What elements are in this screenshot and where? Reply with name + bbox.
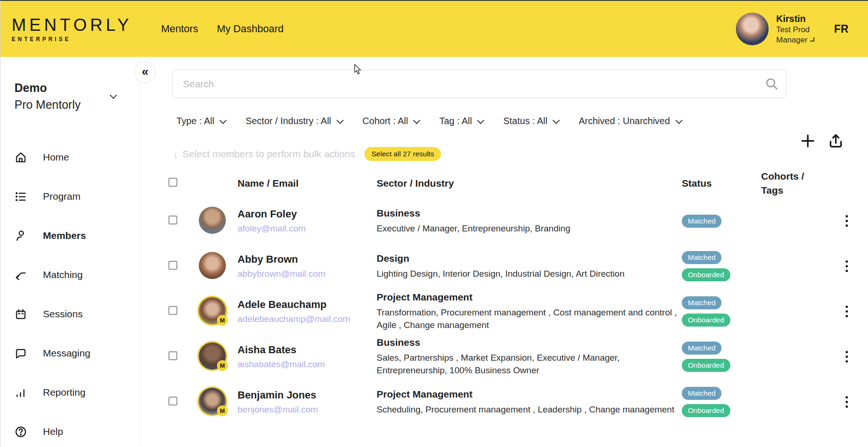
avatar: M <box>199 388 226 415</box>
down-arrow-icon: ↓ <box>173 149 178 160</box>
members-page: MENTORLY ENTERPRISE Mentors My Dashboard… <box>0 0 868 447</box>
member-name[interactable]: Aaron Foley <box>238 208 372 220</box>
member-email[interactable]: adelebeauchamp@mail.com <box>238 314 372 324</box>
help-icon <box>14 426 27 438</box>
sidebar-item-matching[interactable]: Matching <box>0 255 140 294</box>
row-checkbox[interactable] <box>168 397 177 405</box>
search-icon[interactable] <box>764 77 779 91</box>
sidebar-collapse-button[interactable]: « <box>134 62 156 83</box>
status-badges: MatchedOnboarded <box>677 342 761 372</box>
filter-tag[interactable]: Tag : All <box>439 116 483 126</box>
member-name[interactable]: Adele Beauchamp <box>238 299 372 311</box>
kebab-menu-icon[interactable] <box>831 212 862 230</box>
member-name[interactable]: Abby Brown <box>238 253 372 265</box>
sector-title: Business <box>377 337 677 348</box>
collapse-chevrons-icon: « <box>142 64 148 79</box>
filter-label: Archived : Unarchived <box>579 116 670 126</box>
select-all-checkbox[interactable] <box>168 178 177 187</box>
filters-row: Type : All Sector / Industry : All Cohor… <box>176 116 868 126</box>
member-email[interactable]: benjones@mail.com <box>238 405 372 415</box>
row-checkbox[interactable] <box>168 306 177 315</box>
sidebar-item-help[interactable]: Help <box>0 412 140 447</box>
plus-icon <box>799 133 816 149</box>
row-checkbox[interactable] <box>168 261 177 270</box>
table-row: M Adele Beauchamp adelebeauchamp@mail.co… <box>140 289 868 334</box>
mentor-badge-icon: M <box>217 360 228 371</box>
top-bar: MENTORLY ENTERPRISE Mentors My Dashboard… <box>0 1 868 57</box>
sidebar-item-sessions[interactable]: Sessions <box>0 294 140 334</box>
search-input[interactable] <box>172 70 786 98</box>
org-switcher[interactable]: Demo Pro Mentorly <box>0 58 140 112</box>
org-name: Demo <box>14 81 127 95</box>
kebab-menu-icon[interactable] <box>831 393 862 411</box>
member-email[interactable]: abbybrown@mail.com <box>238 269 372 279</box>
sidebar-item-label: Matching <box>43 269 83 280</box>
sidebar-item-label: Sessions <box>43 308 83 320</box>
user-avatar[interactable] <box>736 13 769 45</box>
members-icon <box>14 230 27 242</box>
table-row: M Aaron Foley afoley@mail.com Business E… <box>140 198 868 244</box>
sidebar-item-members[interactable]: Members <box>0 216 140 255</box>
sector-skills: Executive / Manager, Entrepreneurship, B… <box>377 222 677 235</box>
logo-subtitle: ENTERPRISE <box>12 36 132 42</box>
user-menu[interactable]: Kirstin Test Prod Manager FR <box>736 13 848 45</box>
col-name-email: Name / Email <box>233 178 372 189</box>
user-name: Kirstin <box>776 13 814 25</box>
chevron-down-icon <box>336 117 344 124</box>
col-sector-industry: Sector / Industry <box>372 178 677 189</box>
member-name[interactable]: Aisha Bates <box>238 344 372 356</box>
nav-mentors[interactable]: Mentors <box>161 23 198 35</box>
export-button[interactable] <box>827 133 844 149</box>
member-email[interactable]: aishabates@mail.com <box>238 359 372 370</box>
row-checkbox[interactable] <box>168 216 177 224</box>
filter-cohort[interactable]: Cohort : All <box>363 116 419 126</box>
member-name[interactable]: Benjamin Jones <box>238 389 372 401</box>
filter-type[interactable]: Type : All <box>176 116 225 126</box>
upload-icon <box>827 133 844 149</box>
mentor-badge-icon: M <box>217 315 228 326</box>
sidebar-item-program[interactable]: Program <box>0 177 140 216</box>
row-checkbox[interactable] <box>168 351 177 360</box>
chevron-down-icon <box>413 117 421 124</box>
status-badge-matched: Matched <box>682 296 721 309</box>
filter-label: Cohort : All <box>363 116 408 126</box>
table-row: M Benjamin Jones benjones@mail.com Proje… <box>140 379 868 425</box>
sidebar-item-home[interactable]: Home <box>0 138 140 177</box>
col-status: Status <box>677 178 761 189</box>
logo-title: MENTORLY <box>12 15 132 35</box>
kebab-menu-icon[interactable] <box>831 258 862 275</box>
language-toggle[interactable]: FR <box>834 23 848 35</box>
status-badge-onboarded: Onboarded <box>682 404 730 417</box>
sector-skills: Scheduling, Procurement management , Lea… <box>377 403 677 416</box>
sessions-icon <box>14 308 27 321</box>
main-content: Type : All Sector / Industry : All Cohor… <box>140 58 868 447</box>
sector-skills: Lighting Design, Interior Design, Indust… <box>377 267 677 280</box>
sidebar-item-messaging[interactable]: Messaging <box>0 334 140 373</box>
status-badges: MatchedOnboarded <box>677 387 761 417</box>
sidebar-item-label: Help <box>43 426 63 437</box>
mentorly-logo[interactable]: MENTORLY ENTERPRISE <box>12 15 132 42</box>
select-all-results-button[interactable]: Select all 27 results <box>364 147 441 161</box>
user-role-line2[interactable]: Manager <box>776 35 814 45</box>
avatar: M <box>199 342 226 370</box>
status-badge-matched: Matched <box>682 215 721 228</box>
sector-title: Project Management <box>377 389 677 400</box>
chevron-down-icon <box>810 37 814 42</box>
members-table-body: M Aaron Foley afoley@mail.com Business E… <box>140 198 868 425</box>
nav-my-dashboard[interactable]: My Dashboard <box>217 23 284 35</box>
sidebar-item-label: Members <box>43 230 86 241</box>
member-email[interactable]: afoley@mail.com <box>238 224 372 234</box>
sector-skills: Transformation, Procurement management ,… <box>377 306 677 331</box>
status-badges: MatchedOnboarded <box>677 296 761 327</box>
top-nav: Mentors My Dashboard <box>161 23 284 35</box>
sidebar-item-reporting[interactable]: Reporting <box>0 373 140 412</box>
filter-sector[interactable]: Sector / Industry : All <box>245 116 342 126</box>
filter-label: Status : All <box>503 116 547 126</box>
add-member-button[interactable] <box>799 133 816 149</box>
filter-archived[interactable]: Archived : Unarchived <box>579 116 681 126</box>
org-subtitle: Pro Mentorly <box>14 98 127 112</box>
bulk-actions-row: ↓ Select members to perform bulk actions… <box>173 147 868 161</box>
kebab-menu-icon[interactable] <box>831 303 862 320</box>
filter-status[interactable]: Status : All <box>503 116 558 126</box>
kebab-menu-icon[interactable] <box>831 348 862 365</box>
